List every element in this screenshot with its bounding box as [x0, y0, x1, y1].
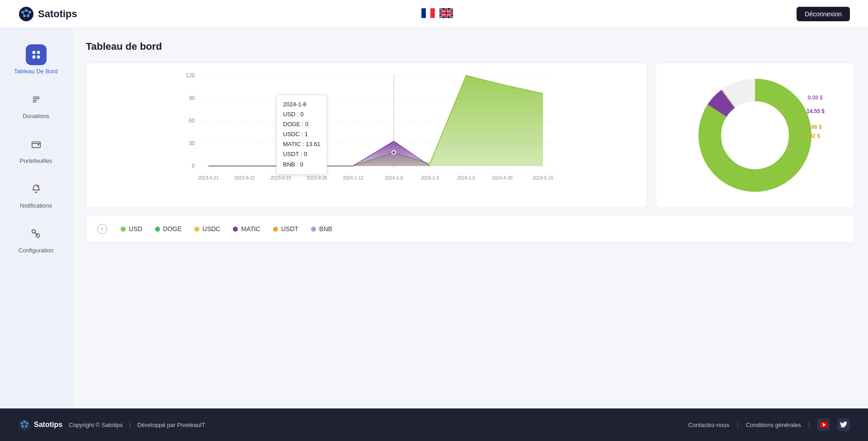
footer-right: Contactez-nous | Conditions générales |	[688, 418, 850, 431]
footer-divider-2: |	[737, 421, 739, 429]
svg-point-55	[392, 151, 396, 154]
svg-rect-31	[32, 142, 40, 148]
svg-rect-22	[439, 12, 453, 14]
footer: Satotips Copyright © Satotips | Développ…	[0, 408, 868, 441]
legend-item-usdc: USDC	[194, 225, 221, 232]
footer-divider-1: |	[129, 421, 131, 429]
uk-flag[interactable]	[439, 8, 453, 20]
sidebar-item-configuration[interactable]: Configuration	[0, 216, 72, 261]
donut-chart: 216 $	[692, 72, 818, 199]
svg-text:2024-1-9: 2024-1-9	[421, 175, 439, 180]
svg-text:2024-4-30: 2024-4-30	[492, 175, 513, 180]
svg-rect-10	[421, 8, 426, 18]
youtube-icon[interactable]	[817, 418, 830, 431]
svg-text:2024-5-15: 2024-5-15	[533, 175, 553, 180]
svg-rect-12	[430, 8, 435, 18]
svg-text:2023-9-21: 2023-9-21	[198, 175, 219, 180]
svg-text:90: 90	[189, 95, 195, 101]
french-flag[interactable]	[421, 8, 435, 20]
donut-wrap: 216 $ 0.08 $ 14.55 $ 0.66 $ 0.02 $	[692, 72, 818, 199]
legend-item-bnb: BNB	[311, 225, 332, 232]
tableau-icon-wrap	[26, 44, 47, 65]
bell-icon	[31, 184, 41, 194]
svg-point-0	[19, 7, 33, 21]
sidebar-item-donations[interactable]: Donations	[0, 82, 72, 127]
footer-logo: Satotips	[18, 418, 62, 431]
logo: Satotips	[18, 6, 77, 22]
info-icon[interactable]: i	[97, 224, 107, 234]
uk-flag-icon	[439, 8, 453, 18]
page-title: Tableau de bord	[86, 41, 854, 52]
portefeuilles-icon-wrap	[26, 134, 47, 155]
svg-rect-26	[37, 56, 39, 58]
area-chart: 120 90 60 30 0 2023-9-21 2023-9-22 2023-…	[95, 71, 638, 198]
conditions-link[interactable]: Conditions générales	[746, 422, 801, 428]
svg-text:30: 30	[189, 140, 195, 147]
svg-rect-25	[32, 56, 35, 58]
legend-item-doge: DOGE	[155, 225, 182, 232]
footer-left: Satotips Copyright © Satotips | Développ…	[18, 418, 205, 431]
legend-items: USDDOGEUSDCMATICUSDTBNB	[121, 225, 332, 232]
config-icon	[31, 229, 41, 239]
sidebar-item-notifications[interactable]: Notifications	[0, 171, 72, 216]
tableau-icon	[31, 50, 41, 60]
svg-text:0: 0	[192, 163, 195, 169]
deconnexion-button[interactable]: Déconnexion	[797, 7, 850, 21]
svg-text:60: 60	[189, 118, 195, 124]
page-content: Tableau de bord 120 90 60 30 0	[72, 28, 868, 408]
donations-icon	[31, 95, 41, 104]
configuration-icon-wrap	[26, 223, 47, 244]
svg-point-32	[36, 185, 39, 188]
sidebar-item-portefeuilles[interactable]: Portefeuilles	[0, 127, 72, 171]
wallet-icon	[31, 139, 41, 149]
twitter-icon[interactable]	[837, 418, 850, 431]
donations-icon-wrap	[26, 89, 47, 110]
french-flag-icon	[421, 8, 435, 18]
svg-text:2023-9-22: 2023-9-22	[234, 175, 255, 180]
charts-row: 120 90 60 30 0 2023-9-21 2023-9-22 2023-…	[86, 62, 854, 208]
svg-rect-24	[37, 51, 39, 54]
svg-text:2023-9-23: 2023-9-23	[270, 175, 291, 180]
main-wrapper: Tableau De Bord Donations	[0, 28, 868, 408]
language-switcher	[421, 8, 453, 20]
header: Satotips Décon	[0, 0, 868, 28]
svg-rect-11	[426, 8, 430, 18]
svg-text:2024-1-12: 2024-1-12	[343, 175, 363, 180]
footer-logo-icon	[18, 418, 31, 431]
legend-item-matic: MATIC	[233, 225, 260, 232]
legend-item-usdt: USDT	[273, 225, 298, 232]
legend-card: i USDDOGEUSDCMATICUSDTBNB	[86, 215, 854, 242]
donut-chart-card: 216 $ 0.08 $ 14.55 $ 0.66 $ 0.02 $	[656, 62, 854, 208]
notifications-icon-wrap	[26, 179, 47, 199]
legend-item-usd: USD	[121, 225, 142, 232]
footer-divider-3: |	[808, 421, 810, 429]
svg-text:2024-2-6: 2024-2-6	[457, 175, 475, 180]
svg-text:216 $: 216 $	[745, 132, 765, 140]
svg-rect-23	[32, 51, 35, 54]
svg-text:120: 120	[186, 72, 195, 79]
sidebar-item-tableau-de-bord[interactable]: Tableau De Bord	[0, 37, 72, 82]
contact-link[interactable]: Contactez-nous	[688, 422, 729, 428]
sidebar: Tableau De Bord Donations	[0, 28, 72, 408]
svg-text:2023-9-26: 2023-9-26	[307, 175, 327, 180]
line-chart-card: 120 90 60 30 0 2023-9-21 2023-9-22 2023-…	[86, 62, 647, 208]
logo-icon	[18, 6, 34, 22]
svg-text:2024-1-8: 2024-1-8	[385, 175, 403, 180]
